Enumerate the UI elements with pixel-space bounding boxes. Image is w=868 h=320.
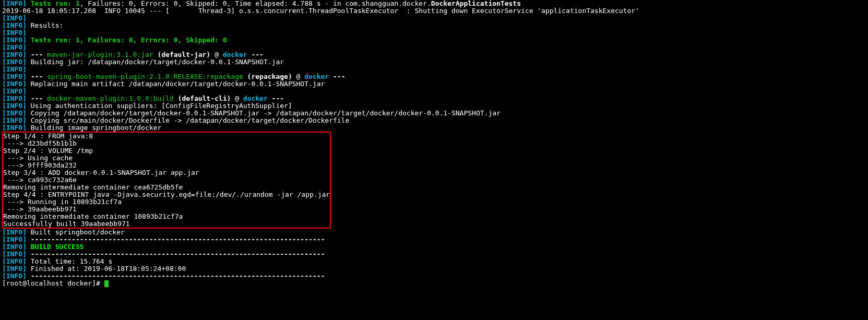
log-line: [INFO] ---------------------------------…	[2, 251, 866, 258]
log-line: [INFO] Replacing main artifact /datapan/…	[2, 80, 866, 88]
log-line: [INFO]	[2, 44, 866, 51]
docker-step: Step 4/4 : ENTRYPOINT java -Djava.securi…	[3, 191, 330, 198]
info-tag: [INFO]	[2, 36, 27, 44]
docker-step: ---> 39aabeebb971	[3, 206, 330, 213]
log-line: [INFO] Building jar: /datapan/docker/tar…	[2, 58, 866, 66]
shell-prompt-line[interactable]: [root@localhost docker]#	[2, 280, 866, 287]
log-line: [INFO] --- docker-maven-plugin:1.0.0:bui…	[2, 95, 866, 102]
docker-step: ---> Using cache	[3, 155, 330, 162]
info-tag: [INFO]	[2, 73, 27, 80]
info-tag: [INFO]	[2, 14, 27, 22]
plugin-name: docker-maven-plugin:1.0.0:build	[47, 94, 174, 102]
log-line: [INFO]	[2, 88, 866, 95]
info-tag: [INFO]	[2, 250, 27, 258]
info-tag: [INFO]	[2, 228, 27, 236]
info-tag: [INFO]	[2, 124, 27, 132]
log-line: [INFO] Copying /datapan/docker/target/do…	[2, 110, 866, 117]
docker-step: Step 2/4 : VOLUME /tmp	[3, 147, 330, 155]
info-tag: [INFO]	[2, 272, 27, 280]
info-tag: [INFO]	[2, 51, 27, 58]
info-tag: [INFO]	[2, 58, 27, 66]
tests-run: Tests run: 1	[31, 0, 80, 7]
docker-step: ---> 9fff903da232	[3, 162, 330, 169]
log-line: [INFO] BUILD SUCCESS	[2, 243, 866, 251]
info-tag: [INFO]	[2, 87, 27, 95]
log-line: [INFO] Using authentication suppliers: […	[2, 102, 866, 110]
log-line: [INFO] ---------------------------------…	[2, 236, 866, 243]
log-line: [INFO]	[2, 66, 866, 73]
log-line: [INFO]	[2, 15, 866, 22]
log-line: [INFO]	[2, 29, 866, 37]
log-line: [INFO] ---------------------------------…	[2, 272, 866, 280]
log-line: [INFO] Tests run: 1, Failures: 0, Errors…	[2, 37, 866, 44]
log-line: [INFO] Results:	[2, 22, 866, 29]
log-line: [INFO] Copying src/main/docker/Dockerfil…	[2, 117, 866, 124]
build-success: BUILD SUCCESS	[31, 243, 84, 251]
info-tag: [INFO]	[2, 29, 27, 37]
info-tag: [INFO]	[2, 21, 27, 29]
info-tag: [INFO]	[2, 257, 27, 265]
docker-step: ---> Running in 10893b21cf7a	[3, 198, 330, 206]
docker-step: Step 1/4 : FROM java:8	[3, 133, 330, 140]
docker-step: Removing intermediate container cea6725d…	[3, 184, 330, 191]
cursor-icon	[104, 280, 109, 287]
docker-build-highlight: Step 1/4 : FROM java:8 ---> d23bdf5b1b1b…	[2, 132, 331, 229]
docker-step: ---> ca993c732a6e	[3, 176, 330, 184]
log-line: [INFO] Finished at: 2019-06-18T18:05:24+…	[2, 265, 866, 272]
log-line: [INFO] Building image springboot/docker	[2, 124, 866, 132]
info-tag: [INFO]	[2, 102, 27, 110]
terminal-output[interactable]: [INFO] Tests run: 1, Failures: 0, Errors…	[0, 0, 868, 287]
log-line: [INFO] Built springboot/docker	[2, 229, 866, 236]
info-tag: [INFO]	[2, 116, 27, 124]
log-line: 2019-06-18 18:05:17.208 INFO 10045 --- […	[2, 7, 866, 15]
info-tag: [INFO]	[2, 235, 27, 243]
info-tag: [INFO]	[2, 80, 27, 88]
docker-step: Step 3/4 : ADD docker-0.0.1-SNAPSHOT.jar…	[3, 169, 330, 176]
info-tag: [INFO]	[2, 0, 27, 7]
shell-prompt: [root@localhost docker]#	[2, 279, 104, 287]
info-tag: [INFO]	[2, 109, 27, 117]
info-tag: [INFO]	[2, 94, 27, 102]
info-tag: [INFO]	[2, 243, 27, 251]
docker-step: Removing intermediate container 10893b21…	[3, 213, 330, 220]
log-line: [INFO] --- maven-jar-plugin:3.1.0:jar (d…	[2, 51, 866, 58]
info-tag: [INFO]	[2, 265, 27, 272]
info-tag: [INFO]	[2, 65, 27, 73]
info-tag: [INFO]	[2, 43, 27, 51]
log-line: [INFO] Total time: 15.764 s	[2, 258, 866, 265]
docker-step: ---> d23bdf5b1b1b	[3, 140, 330, 147]
plugin-name: spring-boot-maven-plugin:2.1.0.RELEASE:r…	[47, 73, 243, 80]
tests-summary: Tests run: 1, Failures: 0, Errors: 0, Sk…	[31, 36, 227, 44]
log-line: [INFO] Tests run: 1, Failures: 0, Errors…	[2, 0, 866, 7]
plugin-name: maven-jar-plugin:3.1.0:jar	[47, 51, 153, 58]
log-line: [INFO] --- spring-boot-maven-plugin:2.1.…	[2, 73, 866, 80]
docker-step: Successfully built 39aabeebb971	[3, 220, 330, 228]
